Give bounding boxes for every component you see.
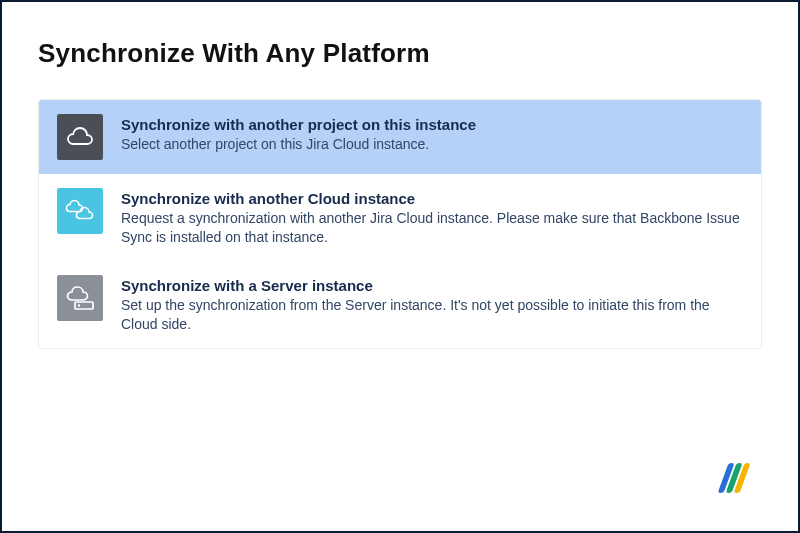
option-title: Synchronize with another project on this… — [121, 116, 743, 133]
cloud-server-icon — [57, 275, 103, 321]
option-sync-same-instance[interactable]: Synchronize with another project on this… — [39, 100, 761, 174]
option-sync-server-instance[interactable]: Synchronize with a Server instance Set u… — [39, 261, 761, 348]
cloud-icon — [57, 114, 103, 160]
option-body: Synchronize with a Server instance Set u… — [121, 275, 743, 334]
option-body: Synchronize with another Cloud instance … — [121, 188, 743, 247]
option-sync-cloud-instance[interactable]: Synchronize with another Cloud instance … — [39, 174, 761, 261]
backbone-logo — [716, 459, 756, 501]
svg-point-1 — [78, 304, 80, 306]
option-title: Synchronize with another Cloud instance — [121, 190, 743, 207]
option-body: Synchronize with another project on this… — [121, 114, 743, 154]
svg-rect-0 — [75, 302, 93, 309]
sync-options-list: Synchronize with another project on this… — [38, 99, 762, 349]
option-description: Set up the synchronization from the Serv… — [121, 296, 743, 334]
option-description: Select another project on this Jira Clou… — [121, 135, 743, 154]
option-title: Synchronize with a Server instance — [121, 277, 743, 294]
cloud-pair-icon — [57, 188, 103, 234]
page-title: Synchronize With Any Platform — [38, 38, 762, 69]
option-description: Request a synchronization with another J… — [121, 209, 743, 247]
